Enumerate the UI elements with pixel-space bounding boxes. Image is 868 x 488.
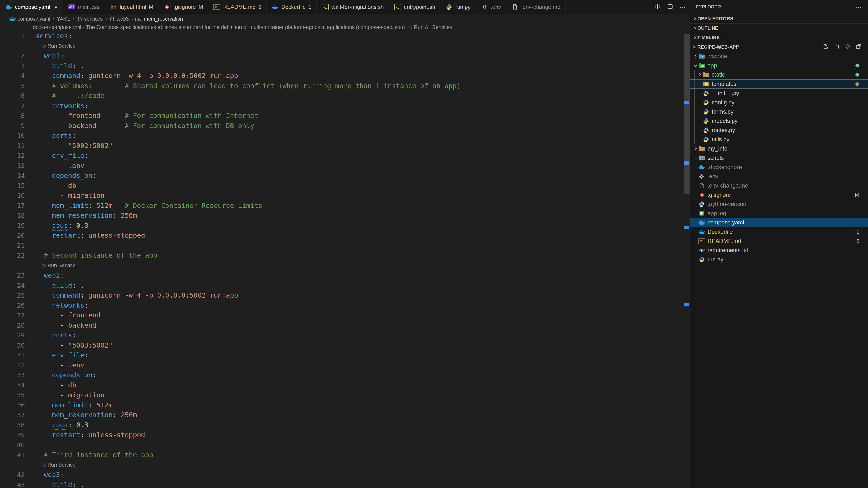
code-line-15[interactable]: 15 - db — [0, 181, 690, 191]
split-editor-button[interactable] — [666, 3, 674, 10]
code-line-18[interactable]: 18 mem_reservation: 256m — [0, 210, 690, 221]
tree-item-run.py[interactable]: run.py — [690, 255, 868, 264]
code-line-36[interactable]: 36 mem_limit: 512m — [0, 400, 690, 410]
code-line-24[interactable]: 24 build: . — [0, 281, 690, 291]
code-line-28[interactable]: 28 - backend — [0, 320, 690, 330]
sidebar-section-timeline[interactable]: TIMELINE — [690, 33, 868, 42]
run-all-services-lens[interactable]: ▷Run All Services — [409, 24, 452, 30]
tree-item-app.log[interactable]: app.log — [690, 209, 868, 218]
refresh-explorer-button[interactable] — [844, 43, 851, 51]
tree-item-app[interactable]: app — [690, 61, 868, 70]
tab-.env-change.me[interactable]: .env-change.me — [506, 0, 565, 14]
tree-item-static[interactable]: static — [690, 70, 868, 79]
code-line-16[interactable]: 16 - migration — [0, 191, 690, 201]
code-line-4[interactable]: 4 command: gunicorn -w 4 -b 0.0.0.0:5002… — [0, 71, 690, 81]
tab-run.py[interactable]: run.py — [440, 0, 475, 14]
code-line-41[interactable]: 41 # Third instance of the app — [0, 450, 690, 460]
tree-item-templates[interactable]: templates — [690, 79, 868, 89]
tab-main.css[interactable]: cssmain.css — [63, 0, 105, 14]
code-line-11[interactable]: 11 - "5002:5002" — [0, 141, 690, 151]
tab-layout.html[interactable]: layout.htmlM — [105, 0, 159, 14]
breadcrumb-segment-YAML[interactable]: YAML — [57, 16, 70, 22]
code-line-30[interactable]: 30 - "5003:5002" — [0, 340, 690, 351]
sidebar-section-outline[interactable]: OUTLINE — [690, 23, 868, 33]
breadcrumb-segment-mem_reservation[interactable]: abcmem_reservation — [135, 16, 183, 22]
tree-item-.dockerignore[interactable]: .dockerignore — [690, 163, 868, 172]
tree-item-routes.py[interactable]: routes.py — [690, 126, 868, 135]
tab-README.md[interactable]: M↓README.md6 — [208, 0, 267, 14]
code-line-6[interactable]: 6 # - .:/code — [0, 91, 690, 101]
more-actions-button[interactable]: ⋯ — [679, 3, 686, 10]
code-line-33[interactable]: 33 depends_on: — [0, 370, 690, 380]
tree-item-__init__.py[interactable]: __init__.py — [690, 89, 868, 98]
code-line-34[interactable]: 34 - db — [0, 380, 690, 390]
code-line-43[interactable]: 43 build: . — [0, 480, 690, 488]
tab-.env[interactable]: .env — [476, 0, 506, 14]
tree-item-utils.py[interactable]: utils.py — [690, 135, 868, 144]
code-line-5[interactable]: 5 # volumes: # Shared volumes can lead t… — [0, 81, 690, 91]
close-icon[interactable]: × — [54, 4, 58, 10]
tab-compose.yaml[interactable]: compose.yaml× — [0, 0, 63, 14]
code-line-39[interactable]: 39 restart: unless-stopped — [0, 430, 690, 440]
code-line-1[interactable]: 1services: — [0, 31, 690, 41]
code-line-9[interactable]: 9 - backend # For communication with DB … — [0, 121, 690, 131]
code-line-42[interactable]: 42 web3: — [0, 470, 690, 480]
code-line-26[interactable]: 26 networks: — [0, 300, 690, 311]
code-line-14[interactable]: 14 depends_on: — [0, 171, 690, 181]
code-line-31[interactable]: 31 env_file: — [0, 350, 690, 360]
tree-item-requirements.txt[interactable]: PIPrequirements.txt — [690, 246, 868, 255]
code-line-3[interactable]: 3 build: . — [0, 61, 690, 71]
run-service-lens[interactable]: ▷Run Service — [0, 261, 690, 271]
code-line-7[interactable]: 7 networks: — [0, 101, 690, 111]
code-line-19[interactable]: 19 cpus: 0.3 — [0, 221, 690, 231]
tree-item-Dockerfile[interactable]: Dockerfile1 — [690, 227, 868, 236]
workspace-section-header[interactable]: RECIPE-WEB-APP — [690, 42, 868, 52]
tree-item-.env[interactable]: .env — [690, 172, 868, 181]
code-line-13[interactable]: 13 - .env — [0, 161, 690, 171]
tree-item-.gitignore[interactable]: .gitignoreM — [690, 190, 868, 199]
code-line-37[interactable]: 37 mem_reservation: 256m — [0, 410, 690, 420]
editor-scrollbar[interactable] — [684, 34, 690, 194]
code-line-21[interactable]: 21 — [0, 241, 690, 251]
tree-item-.python-version[interactable]: .python-version — [690, 199, 868, 209]
tree-item-config.py[interactable]: config.py — [690, 98, 868, 107]
tree-item-my_info[interactable]: my_info — [690, 144, 868, 153]
tree-item-models.py[interactable]: models.py — [690, 116, 868, 126]
code-editor[interactable]: docker-compose.yml - The Compose specifi… — [0, 24, 690, 488]
tab-wait-for-migrations.sh[interactable]: >_wait-for-migrations.sh — [317, 0, 389, 14]
code-line-25[interactable]: 25 command: gunicorn -w 4 -b 0.0.0.0:500… — [0, 290, 690, 300]
code-line-23[interactable]: 23 web2: — [0, 270, 690, 281]
code-line-35[interactable]: 35 - migration — [0, 390, 690, 400]
collapse-folders-button[interactable] — [855, 43, 862, 51]
code-line-20[interactable]: 20 restart: unless-stopped — [0, 231, 690, 241]
new-folder-button[interactable] — [833, 43, 840, 51]
code-line-8[interactable]: 8 - frontend # For communication with In… — [0, 111, 690, 121]
tree-item-compose.yaml[interactable]: compose.yaml — [690, 218, 868, 227]
breadcrumb-segment-web3[interactable]: {}web3 — [110, 16, 129, 22]
breadcrumb-file[interactable]: compose.yaml — [9, 15, 50, 22]
code-line-29[interactable]: 29 ports: — [0, 330, 690, 340]
tab-.gitignore[interactable]: .gitignoreM — [158, 0, 208, 14]
tree-item-scripts[interactable]: <>scripts — [690, 153, 868, 163]
tree-item-.vscode[interactable]: .vscode — [690, 52, 868, 61]
code-line-27[interactable]: 27 - frontend — [0, 311, 690, 320]
code-line-32[interactable]: 32 - .env — [0, 360, 690, 370]
code-line-38[interactable]: 38 cpus: 0.3 — [0, 420, 690, 430]
sidebar-section-open-editors[interactable]: OPEN EDITORS — [690, 14, 868, 23]
tab-Dockerfile[interactable]: Dockerfile1 — [267, 0, 317, 14]
tree-item-README.md[interactable]: M↓README.md6 — [690, 236, 868, 246]
run-service-lens[interactable]: ▷Run Service — [0, 460, 690, 470]
code-line-22[interactable]: 22 # Second instance of the app — [0, 251, 690, 261]
code-line-10[interactable]: 10 ports: — [0, 131, 690, 141]
run-service-lens[interactable]: ▷Run Service — [0, 41, 690, 51]
new-file-button[interactable] — [822, 43, 829, 51]
code-line-12[interactable]: 12 env_file: — [0, 151, 690, 161]
code-line-17[interactable]: 17 mem_limit: 512m # Docker Container Re… — [0, 201, 690, 211]
explorer-more-actions[interactable]: ⋯ — [855, 3, 862, 11]
breadcrumb-segment-services[interactable]: {}services — [77, 16, 103, 22]
code-line-40[interactable]: 40 — [0, 440, 690, 450]
tree-item-forms.py[interactable]: forms.py — [690, 107, 868, 116]
tree-item-.env-change.me[interactable]: .env-change.me — [690, 181, 868, 190]
code-line-2[interactable]: 2 web1: — [0, 51, 690, 61]
chatgpt-button[interactable] — [654, 3, 661, 10]
